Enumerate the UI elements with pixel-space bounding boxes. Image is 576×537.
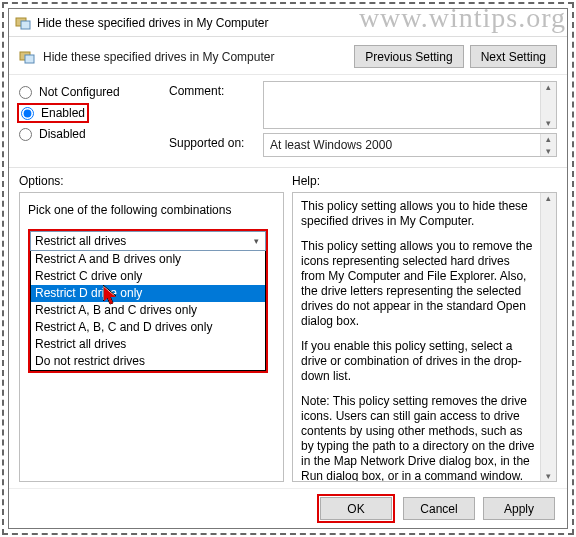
chevron-up-icon: ▴ <box>546 193 551 203</box>
options-header: Options: <box>19 174 284 188</box>
chevron-down-icon: ▾ <box>546 118 551 128</box>
radio-disabled[interactable]: Disabled <box>19 123 159 145</box>
window-title: Hide these specified drives in My Comput… <box>37 16 268 30</box>
help-paragraph: Note: This policy setting removes the dr… <box>301 394 536 481</box>
radio-enabled[interactable]: Enabled <box>21 102 85 124</box>
radio-label: Disabled <box>39 127 86 141</box>
scrollbar[interactable]: ▴▾ <box>540 193 556 481</box>
help-paragraph: This policy setting allows you to remove… <box>301 239 536 329</box>
svg-rect-3 <box>25 55 34 63</box>
dropdown-item[interactable]: Restrict C drive only <box>31 268 265 285</box>
dropdown-list: Restrict A and B drives only Restrict C … <box>30 251 266 371</box>
policy-icon <box>19 49 35 65</box>
cancel-button[interactable]: Cancel <box>403 497 475 520</box>
help-panel: This policy setting allows you to hide t… <box>292 192 557 482</box>
previous-setting-button[interactable]: Previous Setting <box>354 45 463 68</box>
dropdown-item[interactable]: Restrict A, B and C drives only <box>31 302 265 319</box>
header-title: Hide these specified drives in My Comput… <box>43 50 346 64</box>
chevron-up-icon: ▴ <box>546 134 551 144</box>
scrollbar[interactable]: ▴▾ <box>540 82 556 128</box>
radio-not-configured[interactable]: Not Configured <box>19 81 159 103</box>
next-setting-button[interactable]: Next Setting <box>470 45 557 68</box>
help-paragraph: This policy setting allows you to hide t… <box>301 199 536 229</box>
supported-value: At least Windows 2000 ▴▾ <box>263 133 557 157</box>
radio-label: Enabled <box>41 106 85 120</box>
comment-input[interactable]: ▴▾ <box>263 81 557 129</box>
pick-label: Pick one of the following combinations <box>28 203 275 217</box>
state-radios: Not Configured Enabled Disabled <box>19 81 159 161</box>
header-row: Hide these specified drives in My Comput… <box>9 37 567 75</box>
lower-area: Options: Pick one of the following combi… <box>9 170 567 488</box>
dropdown-item[interactable]: Restrict all drives <box>31 336 265 353</box>
dialog-window: Hide these specified drives in My Comput… <box>8 8 568 529</box>
drives-dropdown[interactable]: Restrict all drives ▾ Restrict A and B d… <box>28 229 268 373</box>
titlebar: Hide these specified drives in My Comput… <box>9 9 567 37</box>
divider <box>9 167 567 168</box>
dropdown-item[interactable]: Restrict D drive only <box>31 285 265 302</box>
options-panel: Pick one of the following combinations R… <box>19 192 284 482</box>
help-paragraph: If you enable this policy setting, selec… <box>301 339 536 384</box>
chevron-down-icon: ▾ <box>546 471 551 481</box>
radio-label: Not Configured <box>39 85 120 99</box>
policy-icon <box>15 15 31 31</box>
help-header: Help: <box>292 174 557 188</box>
dropdown-item[interactable]: Do not restrict drives <box>31 353 265 370</box>
dropdown-selected-text: Restrict all drives <box>35 234 126 248</box>
dropdown-item[interactable]: Restrict A, B, C and D drives only <box>31 319 265 336</box>
chevron-up-icon: ▴ <box>546 82 551 92</box>
apply-button[interactable]: Apply <box>483 497 555 520</box>
comment-label: Comment: <box>169 81 255 98</box>
dropdown-selected[interactable]: Restrict all drives ▾ <box>30 231 266 251</box>
dropdown-item[interactable]: Restrict A and B drives only <box>31 251 265 268</box>
help-text: This policy setting allows you to hide t… <box>293 193 556 481</box>
svg-rect-1 <box>21 21 30 29</box>
chevron-down-icon: ▾ <box>546 146 551 156</box>
chevron-down-icon: ▾ <box>249 234 263 248</box>
ok-button[interactable]: OK <box>320 497 392 520</box>
supported-text: At least Windows 2000 <box>270 138 392 152</box>
supported-label: Supported on: <box>169 133 255 150</box>
footer: OK Cancel Apply <box>9 488 567 528</box>
scrollbar[interactable]: ▴▾ <box>540 134 556 156</box>
config-area: Not Configured Enabled Disabled Comment:… <box>9 75 567 165</box>
